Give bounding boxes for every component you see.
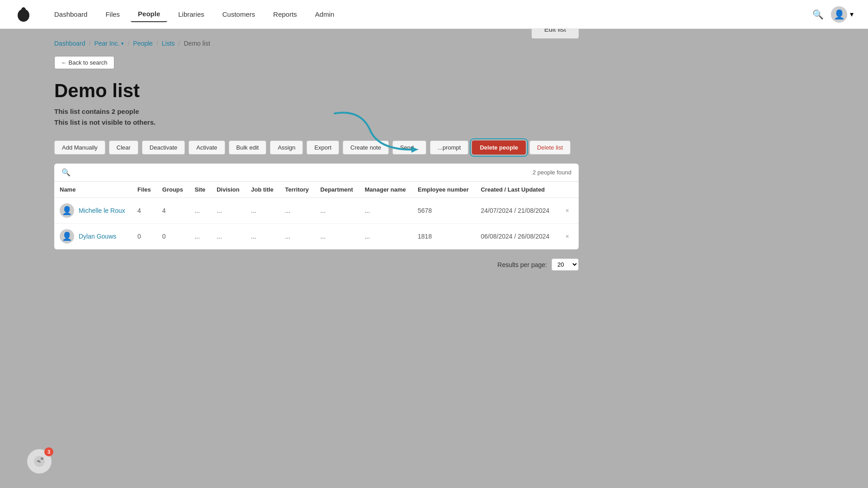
search-icon[interactable]: 🔍	[812, 9, 824, 20]
col-created-updated: Created / Last Updated	[475, 182, 556, 198]
person-name-link[interactable]: Dylan Gouws	[79, 233, 116, 240]
remove-person-button[interactable]: ×	[562, 231, 573, 242]
breadcrumb: Dashboard / Pear Inc. ▾ / People / Lists…	[54, 40, 579, 47]
person-cell: 👤 Michelle le Roux	[60, 203, 127, 218]
nav-admin[interactable]: Admin	[308, 7, 342, 22]
chevron-down-icon: ▾	[121, 41, 124, 47]
cell-territory: ...	[280, 224, 315, 249]
person-cell: 👤 Dylan Gouws	[60, 229, 127, 244]
subtitle-line1: This list contains 2 people	[54, 106, 579, 117]
nav-links: Dashboard Files People Libraries Custome…	[47, 6, 812, 22]
col-actions	[557, 182, 579, 198]
avatar: 👤	[60, 229, 74, 244]
col-manager-name: Manager name	[359, 182, 412, 198]
cell-files: 4	[132, 198, 157, 224]
breadcrumb-org[interactable]: Pear Inc. ▾	[94, 40, 124, 47]
avatar: 👤	[831, 6, 847, 23]
delete-people-button[interactable]: Delete people	[472, 141, 526, 155]
nav-libraries[interactable]: Libraries	[171, 7, 212, 22]
send-button[interactable]: Send...	[392, 141, 426, 155]
table-row: 👤 Dylan Gouws 0 0 ... ... ... ... ... ..…	[54, 224, 579, 249]
breadcrumb-sep2: /	[127, 40, 129, 47]
notification-badge: 3	[44, 447, 53, 456]
people-table: Name Files Groups Site Division Job titl…	[54, 182, 579, 249]
cell-emp-number: 5678	[412, 198, 475, 224]
table-row: 👤 Michelle le Roux 4 4 ... ... ... ... .…	[54, 198, 579, 224]
breadcrumb-lists[interactable]: Lists	[162, 40, 175, 47]
cell-emp-number: 1818	[412, 224, 475, 249]
create-note-button[interactable]: Create note	[343, 141, 389, 155]
results-per-page-select[interactable]: 10 20 50 100	[552, 258, 579, 271]
cell-site: ...	[189, 198, 211, 224]
col-employee-number: Employee number	[412, 182, 475, 198]
col-site: Site	[189, 182, 211, 198]
breadcrumb-people[interactable]: People	[133, 40, 153, 47]
subtitle-line2: This list is not visible to others.	[54, 117, 579, 128]
page-subtitle: This list contains 2 people This list is…	[54, 106, 579, 128]
breadcrumb-sep1: /	[89, 40, 91, 47]
cell-job-title: ...	[245, 224, 279, 249]
deactivate-button[interactable]: Deactivate	[142, 141, 185, 155]
results-count: 2 people found	[533, 169, 571, 176]
clear-button[interactable]: Clear	[109, 141, 138, 155]
col-territory: Territory	[280, 182, 315, 198]
breadcrumb-current: Demo list	[184, 40, 210, 47]
cell-files: 0	[132, 224, 157, 249]
notification-icon	[33, 455, 46, 468]
back-to-search-button[interactable]: ← Back to search	[54, 56, 114, 69]
col-files: Files	[132, 182, 157, 198]
svg-point-1	[21, 7, 26, 13]
nav-reports[interactable]: Reports	[266, 7, 304, 22]
nav-right: 🔍 👤 ▾	[812, 6, 854, 23]
nav-files[interactable]: Files	[98, 7, 127, 22]
export-button[interactable]: Export	[307, 141, 339, 155]
user-menu[interactable]: 👤 ▾	[831, 6, 854, 23]
top-navigation: Dashboard Files People Libraries Custome…	[0, 0, 868, 29]
person-name-link[interactable]: Michelle le Roux	[79, 207, 125, 214]
page-content: Dashboard / Pear Inc. ▾ / People / Lists…	[0, 29, 633, 289]
notification-button[interactable]: 3	[27, 449, 52, 474]
nav-customers[interactable]: Customers	[215, 7, 263, 22]
cell-manager: ...	[359, 198, 412, 224]
chevron-down-icon: ▾	[850, 10, 854, 19]
app-logo[interactable]	[14, 5, 33, 23]
cell-division: ...	[211, 224, 245, 249]
pagination-bar: Results per page: 10 20 50 100	[54, 249, 579, 271]
breadcrumb-sep4: /	[179, 40, 180, 47]
cell-site: ...	[189, 224, 211, 249]
people-table-container: 🔍 2 people found Name Files Groups Site …	[54, 164, 579, 249]
table-search-input[interactable]	[75, 169, 528, 176]
activate-button[interactable]: Activate	[189, 141, 225, 155]
col-division: Division	[211, 182, 245, 198]
col-job-title: Job title	[245, 182, 279, 198]
cell-dates: 06/08/2024 / 26/08/2024	[475, 224, 556, 249]
cell-groups: 4	[157, 198, 189, 224]
table-search-bar: 🔍 2 people found	[54, 164, 579, 182]
col-department: Department	[315, 182, 359, 198]
cell-manager: ...	[359, 224, 412, 249]
prompt-button[interactable]: ...prompt	[430, 141, 468, 155]
assign-button[interactable]: Assign	[270, 141, 303, 155]
bulk-edit-button[interactable]: Bulk edit	[229, 141, 267, 155]
notification-widget[interactable]: 3	[27, 449, 52, 474]
table-header: Name Files Groups Site Division Job titl…	[54, 182, 579, 198]
col-groups: Groups	[157, 182, 189, 198]
breadcrumb-dashboard[interactable]: Dashboard	[54, 40, 85, 47]
svg-point-4	[41, 457, 43, 460]
cell-territory: ...	[280, 198, 315, 224]
cell-division: ...	[211, 198, 245, 224]
cell-groups: 0	[157, 224, 189, 249]
action-toolbar: Add Manually Clear Deactivate Activate B…	[54, 141, 579, 155]
cell-dates: 24/07/2024 / 21/08/2024	[475, 198, 556, 224]
col-name: Name	[54, 182, 132, 198]
nav-dashboard[interactable]: Dashboard	[47, 7, 94, 22]
add-manually-button[interactable]: Add Manually	[54, 141, 105, 155]
page-title: Demo list	[54, 80, 579, 102]
breadcrumb-sep3: /	[156, 40, 158, 47]
table-body: 👤 Michelle le Roux 4 4 ... ... ... ... .…	[54, 198, 579, 249]
nav-people[interactable]: People	[131, 6, 167, 22]
avatar: 👤	[60, 203, 74, 218]
remove-person-button[interactable]: ×	[562, 205, 573, 216]
delete-list-button[interactable]: Delete list	[529, 141, 571, 155]
cell-department: ...	[315, 224, 359, 249]
